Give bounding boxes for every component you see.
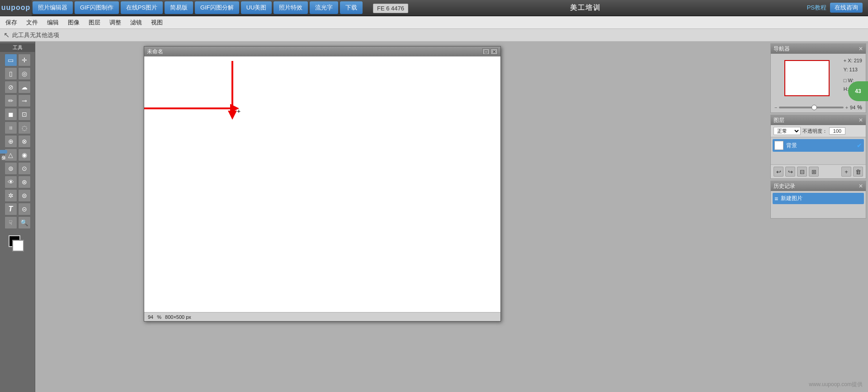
menu-adjust[interactable]: 调整 bbox=[106, 18, 125, 28]
tool-row-5: ◼ ⊡ bbox=[5, 108, 31, 121]
layer-add-button[interactable]: + bbox=[841, 167, 851, 177]
canvas-statusbar: 94 % 800×500 px bbox=[144, 312, 500, 321]
history-close-button[interactable]: ✕ bbox=[859, 183, 863, 189]
layer-action-1[interactable]: ↩ bbox=[774, 167, 783, 177]
menu-view[interactable]: 视图 bbox=[147, 18, 166, 28]
nav-photo-effect[interactable]: 照片特效 bbox=[274, 1, 308, 14]
tool-burn[interactable]: ⊗ bbox=[18, 135, 31, 148]
arrow-vertical bbox=[231, 61, 233, 115]
tool-extra[interactable]: ⊜ bbox=[18, 189, 31, 202]
top-nav-bar: uupoop 照片编辑器 GIF闪图制作 在线PS图片 简易版 GIF闪图分解 … bbox=[0, 0, 868, 16]
layers-actions: ↩ ↪ ⊟ ⊞ + 🗑 bbox=[771, 164, 866, 178]
layer-action-2[interactable]: ↪ bbox=[785, 167, 795, 177]
layer-opacity-input[interactable] bbox=[829, 127, 845, 135]
app-logo[interactable]: uupoop bbox=[0, 0, 32, 16]
nav-easy[interactable]: 简易版 bbox=[165, 1, 193, 14]
zoom-out-icon[interactable]: − bbox=[774, 105, 777, 110]
tool-crop[interactable]: ☁ bbox=[18, 81, 31, 93]
tool-zoom[interactable]: 🔍 bbox=[18, 216, 31, 229]
share-panel[interactable]: 分享 bbox=[0, 150, 7, 154]
tool-pencil[interactable]: ✏ bbox=[5, 94, 17, 107]
tool-move[interactable]: ✛ bbox=[18, 54, 31, 66]
layer-visibility-check[interactable]: ✔ bbox=[857, 142, 862, 149]
nav-y-value: 113 bbox=[849, 67, 858, 72]
navigator-zoom-thumb[interactable] bbox=[811, 105, 817, 110]
tool-color-replace[interactable]: ⊙ bbox=[18, 162, 31, 175]
menu-save[interactable]: 保存 bbox=[2, 18, 21, 28]
navigator-panel-header: 导航器 ✕ bbox=[771, 44, 866, 54]
menu-filter[interactable]: 滤镜 bbox=[127, 18, 146, 28]
menu-layers[interactable]: 图层 bbox=[85, 18, 104, 28]
nav-w-label: □ W: bbox=[844, 78, 854, 83]
canvas-restore-button[interactable]: ⊡ bbox=[482, 48, 490, 55]
layers-panel-title: 图层 bbox=[774, 117, 784, 124]
nav-ps-online[interactable]: 在线PS图片 bbox=[121, 1, 163, 14]
ps-tutorial-link[interactable]: PS教程 bbox=[807, 4, 826, 12]
layer-mode-select[interactable]: 正常 bbox=[774, 127, 801, 135]
tool-row-8: △ ◉ bbox=[5, 149, 31, 161]
tool-extra2[interactable]: ⊝ bbox=[18, 203, 31, 215]
tool-row-10: 👁 ⊛ bbox=[5, 176, 31, 188]
tool-panel-title: 工具 bbox=[0, 43, 35, 52]
menu-image[interactable]: 图像 bbox=[64, 18, 83, 28]
nav-download[interactable]: 下载 bbox=[340, 1, 363, 14]
tool-sponge[interactable]: ⊚ bbox=[5, 162, 17, 175]
nav-gif-maker[interactable]: GIF闪图制作 bbox=[75, 1, 119, 14]
tool-rect-select[interactable]: ▯ bbox=[5, 67, 17, 80]
layers-close-button[interactable]: ✕ bbox=[859, 117, 863, 123]
nav-x-value: 219 bbox=[854, 58, 862, 63]
nav-photo-editor[interactable]: 照片编辑器 bbox=[33, 1, 73, 14]
tool-gradient[interactable]: ⊡ bbox=[18, 108, 31, 121]
layer-item-background[interactable]: 背景 ✔ bbox=[773, 139, 864, 152]
canvas-titlebar[interactable]: 未命名 ⊡ ✕ bbox=[144, 47, 500, 56]
history-list: ≡ 新建图片 bbox=[771, 191, 866, 218]
tool-row-7: ⊕ ⊗ bbox=[5, 135, 31, 148]
tool-hand[interactable]: ☟ bbox=[5, 216, 17, 229]
tool-magic-wand[interactable]: ⊘ bbox=[5, 81, 17, 93]
background-color[interactable] bbox=[12, 240, 24, 252]
layer-action-4[interactable]: ⊞ bbox=[809, 167, 819, 177]
tool-heal[interactable]: ◌ bbox=[18, 121, 31, 134]
color-swatches bbox=[9, 233, 27, 253]
nav-uu-beauty[interactable]: UU美图 bbox=[241, 1, 272, 14]
tool-eye-drop[interactable]: 👁 bbox=[5, 176, 17, 188]
canvas-area: 未命名 ⊡ ✕ + 94 % 800×500 px bbox=[35, 42, 769, 392]
layer-name: 背景 bbox=[786, 142, 797, 149]
tool-measure[interactable]: ⊛ bbox=[18, 176, 31, 188]
tool-eraser[interactable]: ✲ bbox=[5, 189, 17, 202]
layers-list: 背景 ✔ bbox=[771, 137, 866, 164]
main-area: 工具 ▭ ✛ ▯ ◎ ⊘ ☁ ✏ ⊸ ◼ ⊡ ⌗ ◌ ⊕ ⊗ △ bbox=[0, 42, 868, 392]
history-item-0[interactable]: ≡ 新建图片 bbox=[773, 193, 864, 204]
layer-delete-button[interactable]: 🗑 bbox=[853, 167, 863, 177]
navigator-zoom-value: 94 bbox=[850, 105, 855, 110]
tool-select[interactable]: ▭ bbox=[5, 54, 17, 66]
tool-panel: 工具 ▭ ✛ ▯ ◎ ⊘ ☁ ✏ ⊸ ◼ ⊡ ⌗ ◌ ⊕ ⊗ △ bbox=[0, 42, 35, 392]
tool-lasso[interactable]: ◎ bbox=[18, 67, 31, 80]
navigator-panel-title: 导航器 bbox=[774, 45, 790, 53]
layer-action-3[interactable]: ⊟ bbox=[797, 167, 807, 177]
tool-row-13: ☟ 🔍 bbox=[5, 216, 31, 229]
history-panel-title: 历史记录 bbox=[774, 182, 795, 190]
canvas-body[interactable]: + bbox=[144, 56, 500, 312]
online-consult-button[interactable]: 在线咨询 bbox=[830, 3, 863, 13]
navigator-zoom-slider[interactable] bbox=[779, 107, 843, 108]
nav-marquee[interactable]: 流光字 bbox=[310, 1, 338, 14]
tool-text[interactable]: T bbox=[5, 203, 17, 215]
canvas-close-button[interactable]: ✕ bbox=[491, 48, 498, 55]
zoom-in-icon[interactable]: + bbox=[845, 105, 848, 110]
tool-blur[interactable]: ◉ bbox=[18, 149, 31, 161]
history-item-icon: ≡ bbox=[774, 195, 778, 202]
green-circle-badge[interactable]: 43 bbox=[848, 81, 868, 101]
tool-brush[interactable]: ⊸ bbox=[18, 94, 31, 107]
menu-bar: 保存 文件 编辑 图像 图层 调整 滤镜 视图 bbox=[0, 16, 868, 29]
tool-row-4: ✏ ⊸ bbox=[5, 94, 31, 107]
tool-clone[interactable]: ⌗ bbox=[5, 121, 17, 134]
menu-file[interactable]: 文件 bbox=[23, 18, 42, 28]
menu-edit[interactable]: 编辑 bbox=[43, 18, 62, 28]
tool-dodge[interactable]: ⊕ bbox=[5, 135, 17, 148]
nav-y-label: Y: bbox=[844, 67, 848, 72]
navigator-close-button[interactable]: ✕ bbox=[859, 46, 863, 52]
options-toolbar: ↖ 此工具无其他选项 bbox=[0, 29, 868, 42]
nav-gif-split[interactable]: GIF闪图分解 bbox=[195, 1, 239, 14]
tool-fill[interactable]: ◼ bbox=[5, 108, 17, 121]
